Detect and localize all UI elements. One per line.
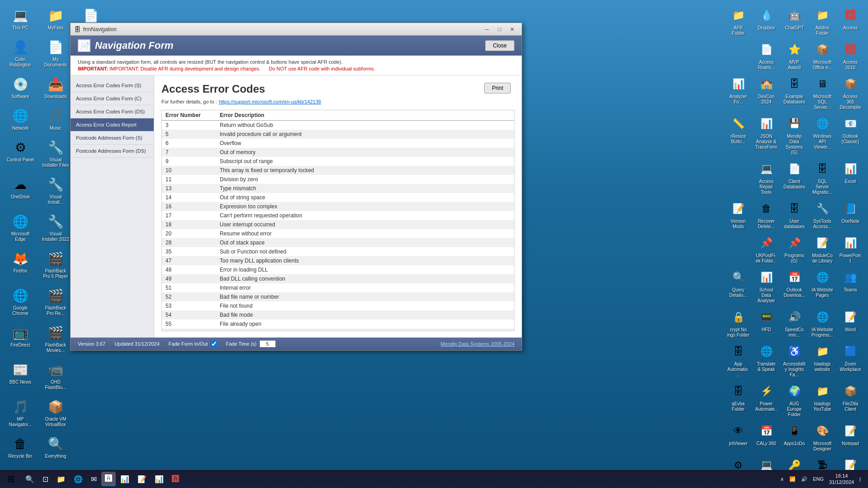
- icon-isladogs-web[interactable]: 📁Isladogs website: [809, 341, 835, 380]
- icon-word[interactable]: 📝Word: [837, 306, 863, 340]
- icon-power-auto[interactable]: ⚡Power Automate...: [753, 380, 779, 419]
- icon-client-db[interactable]: 📄Client Databases: [781, 158, 807, 197]
- desktop-icon-bbcnews[interactable]: 📰 BBC News: [5, 359, 36, 392]
- icon-access-roami[interactable]: 📄Access Roami...: [753, 39, 779, 72]
- tray-expand[interactable]: ∧: [778, 474, 786, 484]
- nav-item-error-report[interactable]: Access Error Codes Report: [71, 118, 154, 131]
- icon-powerpoint[interactable]: 📊PowerPoint: [837, 232, 863, 266]
- icon-jntviewer[interactable]: 👁jntViewer: [725, 420, 751, 454]
- icon-speedcomm[interactable]: 🔊SpeedComm...: [781, 306, 807, 340]
- icon-excel[interactable]: 📊Excel: [837, 158, 863, 197]
- desktop-icon-vsinstall3[interactable]: 🔧 Visual Installer 2022: [40, 211, 71, 244]
- nav-item-error-form-ds[interactable]: Access Error Codes Form (DS): [71, 105, 154, 118]
- desktop-icon-vsinstaller[interactable]: 🔧 Visual Installer Files: [40, 136, 71, 170]
- nav-item-error-form-s[interactable]: Access Error Codes Form (S): [71, 79, 154, 92]
- taskbar-edge[interactable]: 🌐: [70, 472, 86, 486]
- desktop-icon-mpnav[interactable]: 🎵 MP Navigator...: [5, 396, 36, 429]
- icon-aug-europe[interactable]: 🌍AUG Europe Folder: [781, 380, 807, 419]
- icon-query-detail[interactable]: 🔍Query Detailu...: [725, 267, 751, 305]
- desktop-icon-everything[interactable]: 🔍 Everything: [40, 433, 71, 461]
- icon-module-lib[interactable]: 📝ModuleCode Library: [809, 232, 835, 266]
- desktop-icon-mydocs[interactable]: 📄 My Documents: [40, 36, 71, 70]
- desktop-icon-downloads[interactable]: 📥 Downloads: [40, 73, 71, 101]
- taskbar-search[interactable]: 🔍: [22, 472, 38, 486]
- icon-access[interactable]: 🅰Access: [837, 5, 863, 38]
- icon-school-data[interactable]: 📊School Data Analyser: [753, 267, 779, 305]
- icon-addins[interactable]: 📁Addins Folder: [809, 5, 835, 38]
- icon-crypt-folder[interactable]: 🔒crypt No ings Folder: [725, 306, 751, 340]
- taskbar-mail[interactable]: ✉: [87, 472, 100, 486]
- icon-apps1odo[interactable]: 📱Apps1oDo: [781, 420, 807, 454]
- icon-teams[interactable]: 👥Teams: [837, 267, 863, 305]
- fade-time-input[interactable]: [259, 340, 276, 347]
- desktop-icon-virtualbox[interactable]: 📦 Oracle VM VirtualBox: [40, 396, 71, 429]
- desktop-icon-recycle[interactable]: 🗑 Recycle Bin: [5, 433, 36, 461]
- icon-app-auto[interactable]: 🗄App Automatio...: [725, 341, 751, 380]
- window-titlebar[interactable]: 🗄 frmNavigation ─ □ ✕: [71, 23, 522, 36]
- taskbar-excel[interactable]: 📊: [117, 472, 133, 486]
- icon-programs-g[interactable]: 📌Programs (G): [781, 232, 807, 266]
- desktop-icon-software[interactable]: 💿 Software: [5, 73, 36, 101]
- copyright-link[interactable]: Mendip Data Systems 2005-2024: [441, 341, 514, 347]
- icon-qevba[interactable]: 🗄qEvba Folder: [725, 380, 751, 419]
- error-table-container[interactable]: Error Number Error Description 3Return w…: [161, 110, 514, 331]
- tray-network[interactable]: 📶: [788, 474, 797, 484]
- desktop-icon-this-pc[interactable]: 💻 This PC: [5, 5, 36, 33]
- icon-filezilla[interactable]: 📦FileZilla Client: [837, 380, 863, 419]
- desktop-icon-firefox[interactable]: 🦊 Firefox: [5, 248, 36, 281]
- tray-lang[interactable]: ENG: [811, 474, 826, 483]
- icon-access365[interactable]: 📦Access 365 Decompile: [837, 73, 863, 112]
- icon-json-analyse[interactable]: 📊JSON Analyse & TransForm: [753, 113, 779, 157]
- icon-outlook-dl[interactable]: 📅Outlook Downloa...: [781, 267, 807, 305]
- nav-item-postcode-form-ds[interactable]: Postcode Addresses Form (DS): [71, 145, 154, 158]
- window-close-button[interactable]: ✕: [506, 25, 518, 34]
- icon-analyzer[interactable]: 📊Analyzer Fo...: [725, 73, 751, 112]
- icon-chatgpt[interactable]: 🤖ChatGPT: [781, 5, 807, 38]
- tray-clock[interactable]: 16:14 31/12/2024: [827, 471, 856, 488]
- taskbar-word[interactable]: 📝: [134, 472, 150, 486]
- taskbar-powerpoint[interactable]: 📊: [151, 472, 167, 486]
- icon-version-mods[interactable]: 📝Version Mods: [725, 198, 751, 231]
- desktop-icon-flashback1[interactable]: 🎬 FlashBack Pro 5 Player: [40, 248, 71, 281]
- icon-ukpost[interactable]: 📌UKPostFi-ek Folde...: [753, 232, 779, 266]
- desktop-icon-controlpanel[interactable]: ⚙ Control Panel: [5, 136, 36, 170]
- icon-isladogs-yt[interactable]: 📁Isladogs YouTube: [809, 380, 835, 419]
- tray-show-desktop[interactable]: |: [858, 474, 863, 483]
- restore-button[interactable]: □: [494, 25, 505, 34]
- icon-example-db[interactable]: 🗄Example Databases: [781, 73, 807, 112]
- icon-access-repair[interactable]: 💻Access Repair Tools: [753, 158, 779, 197]
- icon-iawebsite[interactable]: 🌐IA Website Pages: [809, 267, 835, 305]
- minimize-button[interactable]: ─: [481, 25, 493, 34]
- nav-item-error-form-c[interactable]: Access Error Codes Form (C): [71, 92, 154, 105]
- icon-dropbox[interactable]: 💧Dropbox: [753, 5, 779, 38]
- icon-user-databases[interactable]: 🗄User databases: [781, 198, 807, 231]
- desktop-icon-chrome[interactable]: 🌐 Google Chrome: [5, 285, 36, 318]
- desktop-icon-ohdflash[interactable]: 📹 OHD FlashBlu...: [40, 359, 71, 392]
- icon-sql-server[interactable]: 🖥Microsoft SQL Server...: [809, 73, 835, 112]
- icon-recover-delete[interactable]: 🗑Recover Delete...: [753, 198, 779, 231]
- desktop-icon-firedirect[interactable]: 📺 FireDirect: [5, 322, 36, 355]
- icon-notepad[interactable]: 📝Notepad: [837, 420, 863, 454]
- desktop-icon-edge[interactable]: 🌐 Microsoft Edge: [5, 211, 36, 244]
- icon-hfd[interactable]: 📟HFD: [753, 306, 779, 340]
- taskbar-access-red[interactable]: 🅰: [168, 472, 183, 486]
- desktop-icon-myfiles[interactable]: 📁 MyFiles: [40, 5, 71, 33]
- icon-iawebsite-prog[interactable]: 🌐IA Website Progress...: [809, 306, 835, 340]
- icon-translate-speak[interactable]: 🌐Translate & Speak: [753, 341, 779, 380]
- icon-ms-office[interactable]: 📦Microsoft Office e...: [809, 39, 835, 72]
- fade-checkbox[interactable]: [211, 341, 217, 347]
- icon-accessibility[interactable]: ♿Accessibility Insights Fa...: [781, 341, 807, 380]
- icon-access2010[interactable]: 🅰Access 2010: [837, 39, 863, 72]
- taskbar-file-explorer[interactable]: 📁: [53, 472, 69, 486]
- icon-rresize[interactable]: 📏rResize Butto...: [725, 113, 751, 157]
- tray-volume[interactable]: 🔊: [799, 474, 809, 484]
- nav-item-postcode-form-s[interactable]: Postcode Addresses Form (S): [71, 131, 154, 145]
- desktop-icon-flashmovies[interactable]: 🎬 FlashBack Movies...: [40, 322, 71, 355]
- icon-systools[interactable]: 🔧SysTools Access...: [809, 198, 835, 231]
- icon-mvp-award[interactable]: ⭐MVP Award: [781, 39, 807, 72]
- desktop-icon-colin[interactable]: 👤 Colin Riddington: [5, 36, 36, 70]
- icon-caly360[interactable]: 📅CALy 360: [753, 420, 779, 454]
- icon-zoom[interactable]: 🟦Zoom Workplace: [837, 341, 863, 380]
- desktop-icon-network[interactable]: 🌐 Network: [5, 105, 36, 133]
- icon-devcon[interactable]: 🏫DevCon 2024: [753, 73, 779, 112]
